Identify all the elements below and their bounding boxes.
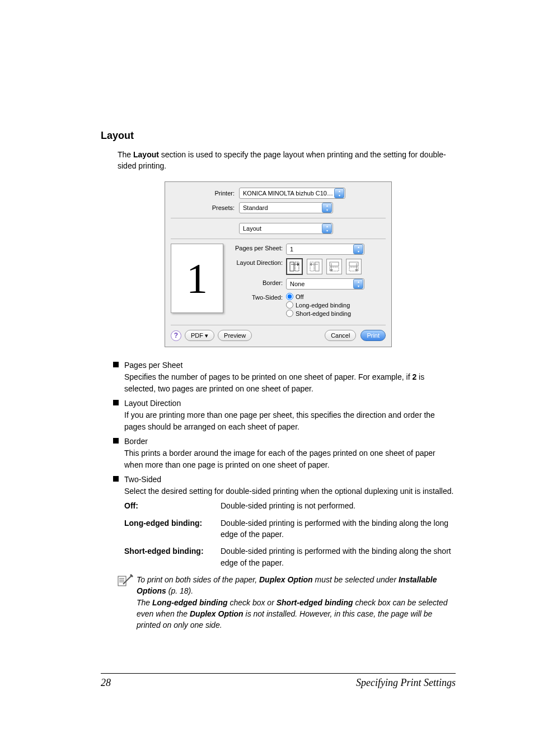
pages-per-sheet-desc: Specifies the number of pages to be prin… [124,371,456,394]
border-label: Border: [229,278,286,286]
radio-icon[interactable] [286,293,293,300]
two-sided-desc: Select the desired setting for double-si… [124,486,456,497]
svg-rect-12 [118,576,126,586]
intro-paragraph: The Layout section is used to specify th… [118,150,456,171]
cancel-button[interactable]: Cancel [325,330,356,341]
presets-value: Standard [243,204,268,211]
note-icon [118,574,133,631]
radio-icon[interactable] [286,310,293,317]
bullet-icon [113,400,119,405]
footer-title: Specifying Print Settings [356,677,456,689]
section-select[interactable]: Layout [239,223,333,234]
pdf-button[interactable]: PDF ▾ [185,330,214,341]
stepper-icon [334,188,344,198]
pages-per-sheet-value: 1 [290,246,293,253]
print-button[interactable]: Print [360,330,386,341]
note-text: To print on both sides of the paper, Dup… [137,574,452,631]
svg-rect-4 [310,262,314,271]
intro-bold: Layout [133,150,159,159]
print-dialog-screenshot: Printer: KONICA MINOLTA bizhub C10… Pres… [165,181,392,347]
svg-rect-6 [330,262,339,266]
intro-text-post: section is used to specify the page layo… [118,150,446,170]
layout-direction-desc: If you are printing more than one page p… [124,409,456,432]
layout-direction-option-3[interactable] [326,259,342,274]
layout-preview: 1 [171,244,223,313]
two-sided-off-radio[interactable]: Off [286,293,351,300]
def-short-term: Short-edged binding: [124,545,221,568]
two-sided-short-text: Short-edged binding [296,310,351,317]
stepper-icon [353,244,363,254]
def-short-def: Double-sided printing is performed with … [221,545,456,568]
layout-direction-option-1[interactable] [286,258,303,275]
border-title: Border [124,436,456,447]
pages-per-sheet-label: Pages per Sheet: [229,244,286,251]
page-number: 28 [101,677,111,689]
bullet-icon [113,476,119,482]
divider [171,218,386,218]
bullet-icon [113,362,119,367]
layout-direction-option-4[interactable] [346,259,362,274]
stepper-icon [322,203,332,213]
two-sided-title: Two-Sided [124,474,456,485]
presets-label: Presets: [171,204,239,211]
two-sided-short-radio[interactable]: Short-edged binding [286,310,351,317]
presets-select[interactable]: Standard [239,202,333,213]
preview-number: 1 [186,254,208,303]
two-sided-label: Two-Sided: [229,293,286,301]
border-desc: This prints a border around the image fo… [124,447,456,470]
svg-rect-3 [315,262,319,271]
def-long-term: Long-edged binding: [124,517,221,540]
printer-value: KONICA MINOLTA bizhub C10… [243,190,333,197]
printer-label: Printer: [171,190,239,197]
divider [171,239,386,239]
two-sided-long-text: Long-edged binding [296,302,350,309]
border-select[interactable]: None [286,278,364,290]
border-value: None [290,281,305,287]
def-off-def: Double-sided printing is not performed. [221,500,456,511]
printer-select[interactable]: KONICA MINOLTA bizhub C10… [239,188,345,199]
stepper-icon [322,223,332,234]
intro-text-pre: The [118,150,133,159]
layout-direction-title: Layout Direction [124,398,456,409]
section-value: Layout [243,225,261,232]
def-long-def: Double-sided printing is performed with … [221,517,456,540]
svg-rect-0 [290,262,294,271]
layout-direction-label: Layout Direction: [229,258,286,266]
svg-rect-1 [295,262,299,271]
help-button[interactable]: ? [171,330,181,341]
section-heading: Layout [101,130,456,142]
preview-button[interactable]: Preview [218,330,252,341]
layout-direction-option-2[interactable] [307,259,322,274]
bullet-icon [113,438,119,444]
stepper-icon [353,279,363,289]
two-sided-long-radio[interactable]: Long-edged binding [286,301,351,309]
def-off-term: Off: [124,500,221,511]
svg-rect-9 [349,262,358,266]
two-sided-off-text: Off [296,293,303,300]
text: Specifies the number of pages to be prin… [124,372,412,381]
radio-icon[interactable] [286,301,293,309]
pages-per-sheet-select[interactable]: 1 [286,244,364,255]
pages-per-sheet-title: Pages per Sheet [124,360,456,371]
